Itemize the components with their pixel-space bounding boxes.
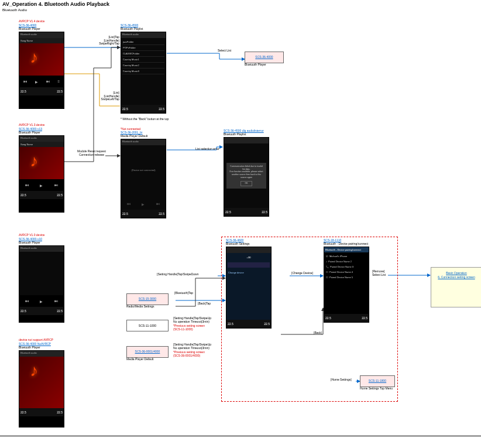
paired-item[interactable]: ☐ Paired Device Name 5 <box>325 275 367 280</box>
paired-item[interactable]: ☑ Michael's iPhone <box>325 254 367 259</box>
conn-list-error: List selection error <box>195 148 219 151</box>
phone-avrcp10[interactable]: Bluetooth audio ⏮ ▶ ⏭ 22.522.5 <box>19 245 64 323</box>
paired-name: Paired Device Name 2 <box>328 260 352 263</box>
mpd-name: Media Player Default <box>126 358 153 361</box>
mpd-box[interactable]: SCS-36-0001/4000 <box>126 346 169 358</box>
paired-item[interactable]: ♪ Paired Device Name 2 <box>325 259 367 264</box>
paired-item[interactable]: ☐ Paired Device Name 4 <box>325 269 367 275</box>
target-4000-name: Bluetooth Player <box>245 63 266 67</box>
list-icon[interactable]: ≡ <box>58 80 60 83</box>
avrcp10-title: AVRCP V1.0 device <box>19 234 44 237</box>
settings-name: Bluetooth Settings <box>226 242 250 246</box>
next-icon: ⏭ <box>156 202 160 206</box>
phone-default[interactable]: Bluetooth audio (Device not connected) ⏮… <box>121 139 166 218</box>
controls[interactable]: ⏮ ▶ ⏭ <box>19 295 64 307</box>
temp: 22.5 <box>228 322 233 326</box>
controls[interactable]: ⏮ ▶ ⏭ <box>19 179 64 191</box>
phone-noavrcp[interactable]: Bluetooth audio 22.522.5 <box>19 350 64 428</box>
paired-name: Michael's iPhone <box>329 255 347 258</box>
conn-back-tap: [Back]Tap <box>198 302 211 306</box>
statusbar: Bluetooth audio <box>19 246 64 252</box>
list-item[interactable]: Country Music3 <box>122 69 164 74</box>
conn-back: [Back] <box>314 331 322 335</box>
next-icon[interactable]: ⏭ <box>46 80 50 83</box>
statusbar <box>224 138 269 143</box>
conn-home-settings: [Home Settings] <box>331 378 352 382</box>
bottom: 22.522.5 <box>226 320 271 328</box>
connector-lines <box>0 15 481 443</box>
statusbar: Bluetooth audio <box>19 136 64 142</box>
phone-pairing[interactable]: Bluetooth - Device pairing/connect ☑ Mic… <box>324 247 369 323</box>
player-controls[interactable]: ⏮ ▶ ⏭ ≡ <box>19 76 64 87</box>
bottom: 22.522.5 <box>121 210 166 218</box>
pairing-body[interactable]: Bluetooth - Device pairing/connect ☑ Mic… <box>324 247 369 314</box>
phone-avrcp14[interactable]: Bluetooth audio Song Name ⏮ ▶ ⏭ ≡ 22.5 2… <box>19 32 64 109</box>
conn-sh2-red: *Previous setting screen (SCS-36-0001/40… <box>173 351 205 357</box>
home-box[interactable]: SCS-11-1800 <box>360 375 395 387</box>
prev-icon[interactable]: ⏮ <box>25 183 29 187</box>
error-body: Communication failed due to invalid list… <box>224 143 269 208</box>
prev-icon[interactable]: ⏮ <box>23 80 27 83</box>
phone-listerr[interactable]: Communication failed due to invalid list… <box>224 137 269 217</box>
bottom: 22.522.5 <box>19 191 64 199</box>
song-name: Song Name <box>19 38 64 43</box>
volume-slider[interactable] <box>228 262 270 268</box>
conn-sh1-red: *Previous setting screen (SCS-11-1000) <box>173 324 205 331</box>
radio-box[interactable]: SCS-15-3000 <box>126 293 169 305</box>
page-subtitle: Bluetooth Audio <box>0 8 481 15</box>
phone-settings[interactable]: +30 Change device 22.522.5 <box>226 247 272 329</box>
phone-statusbar: Bluetooth audio <box>19 32 64 38</box>
playlist-items[interactable]: jazzFolder POPsFolder CLASSICFolder Coun… <box>121 38 166 105</box>
conn-remove: [Remove] Select List <box>372 270 386 276</box>
change-device-row[interactable]: Change device <box>228 269 270 276</box>
list-item[interactable]: Country Music2 <box>122 63 164 69</box>
play-icon[interactable]: ▶ <box>40 299 43 303</box>
bottom: 22.522.5 <box>19 307 64 315</box>
ok-button[interactable]: OK <box>240 181 252 186</box>
play-icon: ▶ <box>142 202 145 206</box>
playlist-topbar: Bluetooth audio <box>121 32 166 38</box>
controls-disabled: ⏮ ▶ ⏭ <box>121 198 166 210</box>
prev-icon: ⏮ <box>127 202 130 206</box>
list-item[interactable]: POPsFolder <box>122 45 164 51</box>
next-icon[interactable]: ⏭ <box>54 299 58 303</box>
refbox-line2[interactable]: 6. Connection setting screen <box>438 275 475 279</box>
list-item[interactable]: Country Music1 <box>122 57 164 63</box>
paired-item[interactable]: 📞 Paired Device Name 3 <box>325 264 367 269</box>
conn-select-list: Select List <box>218 49 231 53</box>
temp-left: 22.5 <box>20 90 26 93</box>
home-code: SCS-11-1800 <box>369 379 386 383</box>
page-title: AV_Operation 4. Bluetooth Audio Playback <box>0 0 481 8</box>
conn-list-tap: [List]Tap [ListHandle] SwipeRight/Tap <box>98 36 119 46</box>
bottom: 22.522.5 <box>324 314 369 322</box>
footer-divider <box>0 436 481 436</box>
scs11-box[interactable]: SCS-11-1000 <box>126 320 169 331</box>
list-item[interactable]: jazzFolder <box>122 39 164 45</box>
phone-avrcp13[interactable]: Bluetooth audio Song Name ⏮ ▶ ⏭ 22.522.5 <box>19 135 64 213</box>
temp: 22.5 <box>57 411 63 414</box>
temp: 22.5 <box>264 322 270 326</box>
play-icon[interactable]: ▶ <box>40 183 43 187</box>
prev-icon[interactable]: ⏮ <box>25 299 29 303</box>
temp: 22.5 <box>57 309 63 313</box>
target-4000-box[interactable]: SCS-36-4000 <box>245 52 284 63</box>
refbox-line1[interactable]: Basic Operation <box>446 271 467 275</box>
next-icon[interactable]: ⏭ <box>54 183 58 187</box>
paired-name: Paired Device Name 5 <box>329 276 353 279</box>
settings-body[interactable]: +30 Change device <box>226 253 271 320</box>
temp: 22.5 <box>122 107 128 111</box>
phone-playlist[interactable]: Bluetooth audio jazzFolder POPsFolder CL… <box>121 32 166 114</box>
listerr-name: Bluetooth Playlist <box>224 133 246 136</box>
basic-operation-ref[interactable]: Basic Operation 6. Connection setting sc… <box>431 267 481 307</box>
play-icon[interactable]: ▶ <box>35 80 38 84</box>
list-item[interactable]: CLASSICFolder <box>122 51 164 57</box>
error-dialog[interactable]: Communication failed due to invalid list… <box>226 163 266 188</box>
avrcp13-title: AVRCP V1.3 device <box>19 124 44 127</box>
playlist-backnote: * Without the "Back" button at the top <box>121 118 169 121</box>
avrcp13-name: Bluetooth Player <box>19 131 40 135</box>
conn-sh2: [Setting Handle]Tap/SwipeUp No operation… <box>173 343 211 350</box>
conn-setting-down: [Setting Handle]Tap/SwipeDown <box>157 273 198 276</box>
noavrcp-title: device not support AVRCP <box>19 338 53 342</box>
song-name: Song Name <box>19 142 64 147</box>
default-body: (Device not connected) ⏮ ▶ ⏭ <box>121 145 166 210</box>
